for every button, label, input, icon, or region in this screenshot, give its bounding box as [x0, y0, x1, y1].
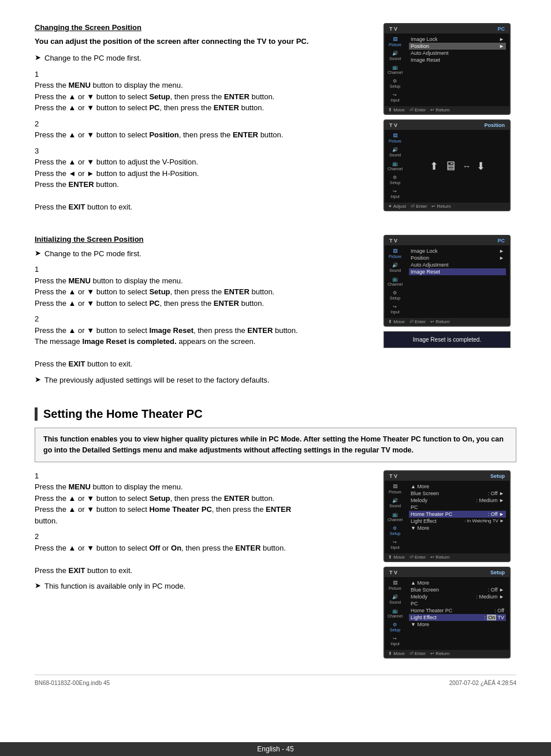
tv5-icon-picture: 🖼Picture [389, 579, 401, 592]
pos-icon-monitor: 🖥 [444, 159, 457, 174]
image-reset-msg: Image Reset is completed. [413, 336, 481, 343]
tv3-icon-input: ↪Input [390, 303, 400, 316]
tv2-icon-channel: 📺Channel [388, 160, 403, 173]
tv1-icon-sound: 🔊Sound [389, 50, 401, 62]
tv3-icon-setup: ⚙Setup [390, 289, 400, 302]
tv1-icon-setup: ⚙Setup [390, 77, 400, 90]
tv3-menu: Image Lock► Position► Auto Adjustment Im… [405, 245, 509, 318]
tv3-tv-label: T V [389, 238, 397, 244]
tv2-icon-picture: 🖼Picture [389, 132, 401, 145]
section1-step3: 3 Press the ▲ or ▼ button to adjust the … [35, 145, 372, 213]
tv5-menu: ▲ More Blue Screen: Off ► Melody: Medium… [405, 577, 509, 650]
footer-right: 2007-07-02 ¿ÀÈÄ 4:28:54 [449, 680, 516, 686]
section1-arrow1-text: Change to the PC mode first. [44, 53, 142, 64]
tv1-footer: ⬆ Move⏎ Enter↩ Return [385, 106, 509, 114]
tv4-icon-sound: 🔊Sound [389, 497, 401, 510]
s3-step2-content: Press the ▲ or ▼ button to select Off or… [35, 542, 360, 577]
section2-arrow1-text: Change to the PC mode first. [44, 248, 142, 260]
tv3-header: T V PC [385, 236, 509, 245]
step2-num: 2 [35, 118, 45, 130]
tv4-icon-setup: ⚙Setup [390, 525, 400, 537]
arrow-icon: ➤ [35, 53, 41, 62]
tv2-icon-setup: ⚙Setup [390, 174, 400, 186]
tv-setup-4: T V Setup 🖼Picture 🔊Sound 📺Channel ⚙Setu… [384, 470, 511, 562]
section1-title: Changing the Screen Position [35, 23, 372, 32]
tv1-header: T V PC [385, 24, 509, 33]
tv4-menu: ▲ More Blue Screen: Off ► Melody: Medium… [405, 481, 509, 553]
tv2-pos-area: ⬆ 🖥 ↔ ⬇ [405, 130, 509, 203]
section1-step1: 1 Press the MENU button to display the m… [35, 69, 372, 114]
tv5-more-down: ▼ More [409, 621, 506, 628]
tv5-htpc: Home Theater PC: Off [409, 607, 506, 614]
section1-images: T V PC 🖼Picture 🔊Sound 📺Channel ⚙Setup ↪… [384, 23, 516, 218]
tv5-pc: PC [409, 600, 506, 607]
section3-text: 1 Press the MENU button to display the m… [35, 470, 372, 663]
pos-icon-down: ⬇ [476, 160, 485, 173]
tv5-setup-label: Setup [490, 570, 505, 575]
s2-step1-content: Press the MENU button to display the men… [35, 275, 360, 309]
tv4-icon-channel: 📺Channel [388, 511, 403, 523]
section-initializing: Initializing the Screen Position ➤ Chang… [35, 235, 516, 391]
tv1-icon-picture: 🖼Picture [389, 36, 401, 48]
tv-screen-3: T V PC 🖼Picture 🔊Sound 📺Channel ⚙Setup ↪… [384, 235, 511, 327]
section2-step2: 2 Press the ▲ or ▼ button to select Imag… [35, 313, 372, 370]
section1-step2: 2 Press the ▲ or ▼ button to select Posi… [35, 118, 372, 141]
section3-arrow1: ➤ This function is available only in PC … [35, 581, 372, 592]
tv2-side: 🖼Picture 🔊Sound 📺Channel ⚙Setup ↪Input [385, 130, 405, 203]
tv4-htpc: Home Theater PC: Off ► [409, 511, 506, 518]
section3-images: T V Setup 🖼Picture 🔊Sound 📺Channel ⚙Setu… [384, 470, 516, 663]
s2-step2-num: 2 [35, 313, 45, 325]
tv1-side-icons: 🖼Picture 🔊Sound 📺Channel ⚙Setup ↪Input [385, 33, 405, 106]
tv1-menu-auto: Auto Adjustment [409, 50, 506, 57]
tv3-footer: ⬆ Move⏎ Enter↩ Return [385, 318, 509, 325]
section2-arrow2: ➤ The previously adjusted settings will … [35, 375, 372, 386]
tv5-melody: Melody: Medium ► [409, 593, 506, 600]
s3-step2-num: 2 [35, 531, 45, 542]
section3-title: Setting the Home Theater PC [43, 407, 203, 421]
tv5-icon-sound: 🔊Sound [389, 593, 401, 606]
step3-num: 3 [35, 145, 45, 157]
tv2-icon-sound: 🔊Sound [389, 146, 401, 159]
tv4-footer: ⬆ Move⏎ Enter↩ Return [385, 553, 509, 561]
page: Changing the Screen Position You can adj… [0, 0, 551, 756]
s3-step1-num: 1 [35, 470, 45, 482]
footer-info: BN68-01183Z-00Eng.indb 45 2007-07-02 ¿ÀÈ… [35, 675, 516, 686]
s2-step2-content: Press the ▲ or ▼ button to select Image … [35, 325, 360, 370]
section-changing-position: Changing the Screen Position You can adj… [35, 23, 516, 218]
tv3-icon-channel: 📺Channel [388, 275, 403, 288]
tv4-setup-label: Setup [490, 473, 505, 479]
tv2-header: T V Position [385, 121, 509, 130]
tv4-melody: Melody: Medium ► [409, 497, 506, 504]
tv2-footer: ✦ Adjust⏎ Enter↩ Return [385, 203, 509, 210]
tv5-icon-setup: ⚙Setup [390, 621, 400, 634]
section1-intro: You can adjust the position of the scree… [35, 36, 372, 47]
section3-title-bar: Setting the Home Theater PC [35, 407, 516, 421]
step2-content: Press the ▲ or ▼ button to select Positi… [35, 129, 360, 141]
tv4-more-down: ▼ More [409, 525, 506, 532]
pos-icon-up: ⬆ [430, 160, 438, 173]
tv4-blue-screen: Blue Screen: Off ► [409, 490, 506, 497]
tv3-auto: Auto Adjustment [409, 261, 506, 268]
tv4-light: Light Effect: In Watching TV ► [409, 518, 506, 525]
tv2-tv-label: T V [389, 122, 397, 128]
bottom-bar: English - 45 [0, 742, 551, 756]
tv1-menu-position: Position► [409, 43, 506, 50]
tv4-more-up: ▲ More [409, 483, 506, 490]
step1-num: 1 [35, 69, 45, 80]
tv5-more-up: ▲ More [409, 579, 506, 586]
tv4-side: 🖼Picture 🔊Sound 📺Channel ⚙Setup ↪Input [385, 481, 405, 553]
tv-screen-1: T V PC 🖼Picture 🔊Sound 📺Channel ⚙Setup ↪… [384, 23, 511, 115]
arrow3-icon: ➤ [35, 375, 41, 384]
tv5-side: 🖼Picture 🔊Sound 📺Channel ⚙Setup ↪Input [385, 577, 405, 650]
section2-images: T V PC 🖼Picture 🔊Sound 📺Channel ⚙Setup ↪… [384, 235, 516, 391]
section2-step1: 1 Press the MENU button to display the m… [35, 264, 372, 309]
tv5-icon-input: ↪Input [390, 635, 400, 648]
tv5-header: T V Setup [385, 568, 509, 577]
tv3-icon-sound: 🔊Sound [389, 261, 401, 274]
section2-arrow2-text: The previously adjusted settings will be… [44, 375, 269, 386]
tv4-header: T V Setup [385, 471, 509, 481]
section3-intro: This function enables you to view higher… [35, 428, 516, 462]
s2-step1-num: 1 [35, 264, 45, 275]
arrow2-icon: ➤ [35, 249, 41, 257]
arrow4-icon: ➤ [35, 581, 41, 590]
